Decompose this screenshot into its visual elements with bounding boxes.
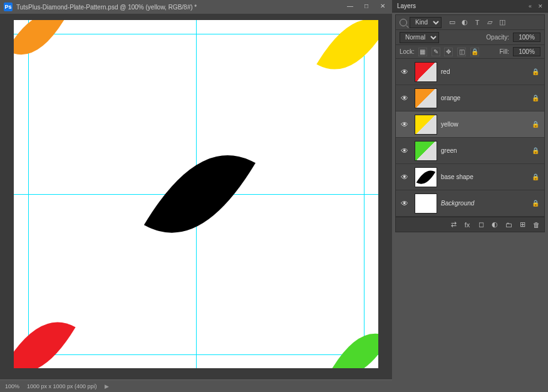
titlebar: Ps TutsPlus-Diamond-Plate-Pattern.psd @ … — [0, 0, 392, 14]
panel-title[interactable]: Layers — [397, 3, 416, 9]
layer-name[interactable]: green — [441, 147, 528, 154]
layer-row-Background[interactable]: 👁Background🔒 — [396, 190, 544, 217]
lock-row: Lock: ▦ ✎ ✥ ◫ 🔒 Fill: 100% — [396, 45, 544, 59]
layer-thumbnail[interactable] — [415, 141, 437, 161]
layer-lock-icon[interactable]: 🔒 — [532, 68, 539, 75]
minimize-button[interactable]: — — [343, 0, 357, 11]
filter-type-icon[interactable]: T — [473, 18, 482, 27]
filter-icons: ▭ ◐ T ▱ ◫ — [448, 18, 507, 27]
panel-header: Layers « ✕ — [392, 0, 548, 13]
layer-row-orange[interactable]: 👁orange🔒 — [396, 85, 544, 111]
shape-base[interactable] — [138, 145, 262, 243]
layer-name[interactable]: orange — [441, 95, 528, 101]
opacity-label: Opacity: — [486, 34, 509, 41]
visibility-toggle[interactable]: 👁 — [398, 68, 411, 76]
layer-row-base-shape[interactable]: 👁base shape🔒 — [396, 164, 544, 190]
layer-thumbnail[interactable] — [415, 167, 437, 187]
canvas[interactable] — [14, 20, 378, 368]
lock-position-icon[interactable]: ✥ — [444, 48, 453, 56]
layer-lock-icon[interactable]: 🔒 — [532, 200, 539, 207]
layer-name[interactable]: red — [441, 68, 528, 75]
layer-name[interactable]: Background — [441, 200, 528, 207]
filter-smart-icon[interactable]: ◫ — [498, 18, 507, 27]
layer-thumbnail[interactable] — [415, 115, 437, 135]
layers-list: 👁red🔒👁orange🔒👁yellow🔒👁green🔒👁base shape🔒… — [396, 59, 544, 217]
layer-row-green[interactable]: 👁green🔒 — [396, 138, 544, 164]
layer-lock-icon[interactable]: 🔒 — [532, 173, 539, 180]
panel-close-icon[interactable]: ✕ — [538, 3, 543, 9]
layer-lock-icon[interactable]: 🔒 — [532, 121, 539, 128]
shape-orange[interactable] — [14, 20, 68, 62]
lock-label: Lock: — [400, 48, 415, 55]
group-icon[interactable]: 🗀 — [504, 220, 513, 229]
document-window: Ps TutsPlus-Diamond-Plate-Pattern.psd @ … — [0, 0, 392, 392]
fill-value[interactable]: 100% — [513, 47, 540, 56]
maximize-button[interactable]: □ — [359, 0, 373, 11]
filter-shape-icon[interactable]: ▱ — [485, 18, 494, 27]
document-dimensions: 1000 px x 1000 px (400 ppi) — [27, 383, 97, 389]
close-button[interactable]: ✕ — [376, 0, 390, 11]
layer-name[interactable]: base shape — [441, 173, 528, 180]
visibility-toggle[interactable]: 👁 — [398, 173, 411, 182]
layer-filter-row: Kind ▭ ◐ T ▱ ◫ — [396, 15, 544, 30]
filter-adjust-icon[interactable]: ◐ — [460, 18, 469, 27]
layer-name[interactable]: yellow — [441, 121, 528, 128]
visibility-toggle[interactable]: 👁 — [398, 94, 411, 103]
blend-row: Normal Opacity: 100% — [396, 30, 544, 45]
visibility-toggle[interactable]: 👁 — [398, 199, 411, 208]
adjustment-layer-icon[interactable]: ◐ — [490, 220, 499, 229]
link-layers-icon[interactable]: ⇄ — [449, 220, 458, 229]
opacity-value[interactable]: 100% — [513, 33, 540, 42]
layers-footer: ⇄ fx ◻ ◐ 🗀 ⊞ 🗑 — [396, 217, 544, 232]
lock-all-icon[interactable]: 🔒 — [470, 48, 479, 56]
layers-panel: Kind ▭ ◐ T ▱ ◫ Normal Opacity: 100% Lock… — [395, 14, 545, 232]
status-chevron-icon[interactable]: ▶ — [105, 383, 109, 389]
lock-artboard-icon[interactable]: ◫ — [457, 48, 466, 56]
lock-paint-icon[interactable]: ✎ — [432, 48, 440, 56]
delete-layer-icon[interactable]: 🗑 — [532, 220, 540, 229]
layer-row-red[interactable]: 👁red🔒 — [396, 59, 544, 85]
document-title: TutsPlus-Diamond-Plate-Pattern.psd @ 100… — [16, 4, 197, 11]
window-buttons: — □ ✕ — [343, 0, 390, 11]
layer-thumbnail[interactable] — [415, 88, 437, 108]
blend-mode-select[interactable]: Normal — [400, 32, 439, 43]
layer-row-yellow[interactable]: 👁yellow🔒 — [396, 111, 544, 138]
visibility-toggle[interactable]: 👁 — [398, 147, 411, 155]
layer-thumbnail[interactable] — [415, 62, 437, 82]
fill-label: Fill: — [499, 48, 509, 55]
filter-pixel-icon[interactable]: ▭ — [448, 18, 457, 27]
shape-red[interactable] — [14, 312, 80, 368]
shape-yellow[interactable] — [313, 20, 378, 80]
status-bar: 100% 1000 px x 1000 px (400 ppi) ▶ — [0, 379, 392, 392]
layer-style-icon[interactable]: fx — [463, 220, 472, 229]
filter-kind-select[interactable]: Kind — [410, 17, 442, 28]
lock-transparency-icon[interactable]: ▦ — [418, 48, 427, 56]
layer-thumbnail[interactable] — [415, 193, 437, 214]
canvas-area[interactable] — [0, 14, 392, 379]
layer-lock-icon[interactable]: 🔒 — [532, 147, 539, 154]
shape-green[interactable] — [328, 326, 378, 368]
search-icon[interactable] — [400, 19, 407, 26]
zoom-level[interactable]: 100% — [5, 383, 19, 389]
layer-mask-icon[interactable]: ◻ — [477, 220, 485, 229]
panel-collapse-icon[interactable]: « — [529, 3, 532, 9]
visibility-toggle[interactable]: 👁 — [398, 120, 411, 129]
panels-column: Layers « ✕ Kind ▭ ◐ T ▱ ◫ Normal Opacity… — [392, 0, 548, 392]
app-icon: Ps — [4, 3, 13, 11]
layer-lock-icon[interactable]: 🔒 — [532, 95, 539, 101]
new-layer-icon[interactable]: ⊞ — [518, 220, 527, 229]
